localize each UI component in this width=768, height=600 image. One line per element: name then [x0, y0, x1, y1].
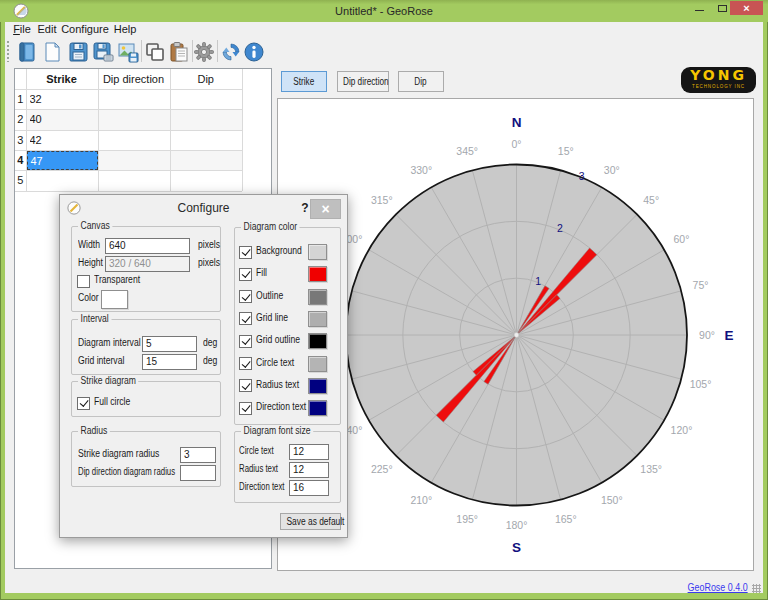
row-header-3[interactable]: 3: [15, 130, 26, 150]
direction-text-size-input[interactable]: 16: [289, 480, 329, 496]
table-grid-line: [15, 89, 242, 90]
grid-outline-color-swatch[interactable]: [308, 333, 327, 349]
configure-gear-button[interactable]: [192, 40, 216, 64]
tab-strike[interactable]: Strike: [281, 71, 327, 92]
application-window: Untitled* - GeoRose × FileEditConfigureH…: [0, 0, 768, 600]
canvas-group: CanvasWidth640pixelsHeight320 / 640pixel…: [71, 226, 221, 312]
table-cell[interactable]: [102, 150, 170, 170]
table-cell[interactable]: [102, 170, 170, 190]
copy-button[interactable]: [143, 40, 167, 64]
resize-grip[interactable]: [752, 584, 761, 593]
table-cell[interactable]: [174, 89, 243, 109]
paste-button[interactable]: [167, 40, 191, 64]
outline-color-swatch[interactable]: [308, 289, 327, 305]
full-circle-label: Full circle: [94, 396, 130, 407]
table-cell[interactable]: [174, 170, 243, 190]
save-as-default-button[interactable]: Save as default: [280, 513, 341, 530]
circle-text-color-swatch[interactable]: [308, 356, 327, 372]
refresh-button[interactable]: [219, 40, 243, 64]
rose-degree-label: 15°: [558, 145, 574, 157]
rose-degree-label: 150°: [601, 494, 623, 506]
table-cell[interactable]: [30, 170, 98, 190]
grid-interval-unit: deg: [203, 355, 217, 366]
tab-dip[interactable]: Dip: [398, 71, 444, 92]
circle-text-size-input[interactable]: 12: [289, 444, 329, 460]
table-cell[interactable]: [102, 89, 170, 109]
table-cell[interactable]: [174, 150, 243, 170]
maximize-icon: [718, 5, 727, 12]
background-label: Background: [256, 245, 302, 256]
canvas-color-swatch[interactable]: [101, 290, 128, 309]
menu-file[interactable]: File: [10, 22, 34, 36]
title-bar[interactable]: Untitled* - GeoRose ×: [0, 0, 768, 22]
about-info-button[interactable]: [242, 40, 266, 64]
row-header-4[interactable]: 4: [15, 150, 26, 170]
menu-configure[interactable]: Configure: [60, 22, 110, 36]
selected-cell[interactable]: 47: [27, 151, 98, 170]
interval-group: IntervalDiagram interval5degGrid interva…: [71, 319, 221, 375]
table-cell[interactable]: [174, 109, 243, 129]
strike-radius-input[interactable]: 3: [180, 447, 216, 463]
rose-degree-label: 75°: [693, 279, 709, 291]
background-color-swatch[interactable]: [308, 244, 327, 260]
table-cell[interactable]: [102, 130, 170, 150]
row-header-1[interactable]: 1: [15, 89, 26, 109]
minimize-button[interactable]: [688, 0, 712, 16]
rose-degree-label: 180°: [506, 519, 528, 531]
full-circle-checkbox[interactable]: [77, 397, 90, 410]
diagram-interval-input[interactable]: 5: [142, 336, 197, 352]
background-checkbox[interactable]: [239, 246, 252, 259]
canvas-width-input[interactable]: 640: [105, 238, 190, 254]
row-header-2[interactable]: 2: [15, 109, 26, 129]
outline-checkbox[interactable]: [239, 290, 252, 303]
circle-text-checkbox[interactable]: [239, 357, 252, 370]
column-header-strike[interactable]: Strike: [26, 69, 98, 89]
dialog-title-bar[interactable]: Configure ? ×: [60, 195, 347, 221]
table-cell[interactable]: [174, 130, 243, 150]
direction-text-color-swatch[interactable]: [308, 400, 327, 416]
canvas-height-input[interactable]: 320 / 640: [105, 256, 190, 272]
save-as-button[interactable]: [91, 40, 115, 64]
table-cell[interactable]: [102, 109, 170, 129]
save-button[interactable]: [66, 40, 90, 64]
tab-dip-direction[interactable]: Dip direction: [337, 71, 389, 92]
rose-degree-label: 105°: [690, 378, 712, 390]
new-document-button[interactable]: [15, 40, 39, 64]
menu-edit[interactable]: Edit: [34, 22, 60, 36]
grid-interval-input[interactable]: 15: [142, 354, 197, 370]
grid-outline-checkbox[interactable]: [239, 335, 252, 348]
grid-outline-label: Grid outline: [256, 334, 300, 345]
fill-checkbox[interactable]: [239, 268, 252, 281]
font-size-group-label: Diagram font size: [241, 425, 313, 436]
close-button[interactable]: ×: [730, 1, 763, 15]
radius-text-size-input[interactable]: 12: [289, 462, 329, 478]
row-header-5[interactable]: 5: [15, 170, 26, 190]
export-image-button[interactable]: [116, 40, 140, 64]
open-document-button[interactable]: [40, 40, 64, 64]
fill-color-swatch[interactable]: [308, 266, 327, 282]
column-header-dip[interactable]: Dip: [170, 69, 243, 89]
strike-diagram-group: Strike diagramFull circle: [71, 381, 221, 417]
yong-logo-subtext: TECHNOLOGY INC: [685, 84, 753, 88]
rose-degree-label: 30°: [604, 164, 620, 176]
dialog-close-button[interactable]: ×: [310, 199, 341, 219]
menu-help[interactable]: Help: [110, 22, 140, 36]
radius-group-label: Radius: [78, 425, 110, 436]
rose-degree-label: 330°: [410, 164, 432, 176]
table-cell[interactable]: 32: [30, 89, 98, 109]
grid-line-color-swatch[interactable]: [308, 311, 327, 327]
grid-line-checkbox[interactable]: [239, 312, 252, 325]
strike-diagram-group-label: Strike diagram: [78, 375, 139, 386]
dip-radius-input[interactable]: [180, 465, 216, 481]
radius-text-color-swatch[interactable]: [308, 378, 327, 394]
radius-text-checkbox[interactable]: [239, 379, 252, 392]
georose-version-link[interactable]: GeoRose 0.4.0: [688, 581, 748, 593]
column-header-dip-direction[interactable]: Dip direction: [98, 69, 170, 89]
table-cell[interactable]: 42: [30, 130, 98, 150]
toolbar-grip[interactable]: [6, 40, 10, 62]
transparent-checkbox[interactable]: [77, 275, 90, 288]
table-cell[interactable]: 40: [30, 109, 98, 129]
direction-text-checkbox[interactable]: [239, 402, 252, 415]
export-image-icon: [117, 41, 139, 63]
new-document-icon: [16, 41, 38, 63]
